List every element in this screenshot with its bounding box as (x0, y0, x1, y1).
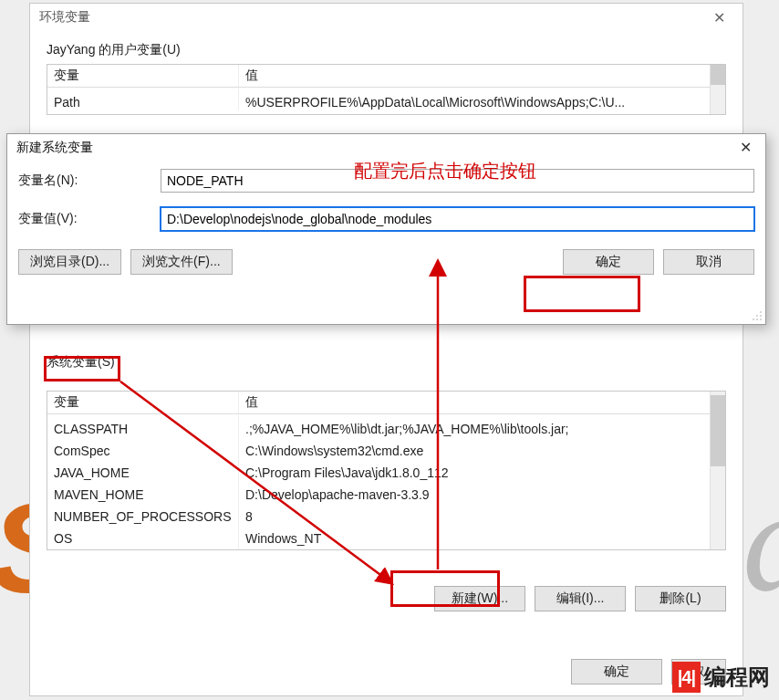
table-row[interactable]: Path %USERPROFILE%\AppData\Local\Microso… (47, 89, 694, 110)
svg-point-3 (756, 315, 758, 317)
close-icon[interactable]: ✕ (725, 136, 765, 160)
svg-point-4 (756, 319, 758, 320)
variable-value-input[interactable] (161, 207, 754, 231)
logo-text: 编程网 (704, 663, 770, 692)
svg-point-1 (760, 315, 762, 317)
table-row[interactable]: OSWindows_NT (47, 525, 694, 547)
system-variables-table: 变量 值 CLASSPATH.;%JAVA_HOME%\lib\dt.jar;%… (47, 391, 726, 550)
system-var-buttons: 新建(W)... 编辑(I)... 删除(L) (30, 573, 743, 611)
user-variables-section: JayYang 的用户变量(U) 变量 值 Path %USERPROFILE%… (30, 31, 743, 115)
delete-button[interactable]: 删除(L) (635, 586, 726, 611)
site-logo: |4| 编程网 (672, 662, 770, 693)
browse-file-button[interactable]: 浏览文件(F)... (130, 249, 233, 275)
variable-name-row: 变量名(N): (7, 162, 765, 200)
logo-tile: |4| (672, 662, 701, 693)
column-header-variable[interactable]: 变量 (47, 65, 239, 87)
column-header-value[interactable]: 值 (239, 392, 710, 413)
environment-variables-dialog: 环境变量 ✕ JayYang 的用户变量(U) 变量 值 Path %USERP… (29, 3, 743, 696)
table-row[interactable]: NUMBER_OF_PROCESSORS8 (47, 503, 694, 525)
variable-value-label: 变量值(V): (18, 211, 146, 227)
table-row[interactable]: CLASSPATH.;%JAVA_HOME%\lib\dt.jar;%JAVA_… (47, 415, 694, 437)
user-variables-table: 变量 值 Path %USERPROFILE%\AppData\Local\Mi… (47, 64, 726, 115)
edit-button[interactable]: 编辑(I)... (535, 586, 626, 611)
system-variables-title: 系统变量(S) (47, 354, 115, 371)
front-dialog-button-row: 浏览目录(D)... 浏览文件(F)... 确定 取消 (7, 238, 765, 275)
column-header-value[interactable]: 值 (239, 65, 710, 87)
variable-name-input[interactable] (161, 169, 754, 193)
scrollbar[interactable] (710, 392, 725, 549)
svg-point-2 (760, 319, 762, 320)
ok-button[interactable]: 确定 (563, 249, 654, 275)
scrollbar[interactable] (710, 65, 725, 114)
new-system-variable-dialog: 新建系统变量 ✕ 变量名(N): 变量值(V): 浏览目录(D)... 浏览文件… (6, 133, 766, 325)
table-row[interactable]: JAVA_HOMEC:\Program Files\Java\jdk1.8.0_… (47, 459, 694, 481)
variable-value-row: 变量值(V): (7, 200, 765, 238)
svg-point-0 (760, 311, 762, 313)
new-button[interactable]: 新建(W)... (434, 586, 525, 611)
variable-name-label: 变量名(N): (18, 172, 146, 189)
browse-directory-button[interactable]: 浏览目录(D)... (18, 249, 121, 275)
decorative-glyph-a: a (743, 456, 779, 621)
close-icon[interactable]: ✕ (701, 9, 737, 26)
table-row[interactable]: MAVEN_HOMED:\Develop\apache-maven-3.3.9 (47, 481, 694, 503)
system-variables-section: 系统变量(S) 变量 值 CLASSPATH.;%JAVA_HOME%\lib\… (30, 343, 743, 550)
user-variables-title: JayYang 的用户变量(U) (47, 42, 726, 58)
table-row[interactable]: PathC:\ProgramData\Oracle\Java\javapath;… (47, 547, 694, 549)
column-header-variable[interactable]: 变量 (47, 392, 239, 413)
dialog-title: 环境变量 (39, 9, 90, 26)
dialog-titlebar: 环境变量 ✕ (30, 4, 743, 31)
ok-button[interactable]: 确定 (571, 659, 662, 684)
cancel-button[interactable]: 取消 (663, 249, 754, 275)
dialog-titlebar: 新建系统变量 ✕ (7, 134, 765, 162)
dialog-title: 新建系统变量 (16, 140, 93, 156)
resize-grip-icon[interactable] (751, 309, 763, 322)
svg-point-5 (753, 319, 754, 320)
table-row[interactable]: ComSpecC:\Windows\system32\cmd.exe (47, 437, 694, 459)
